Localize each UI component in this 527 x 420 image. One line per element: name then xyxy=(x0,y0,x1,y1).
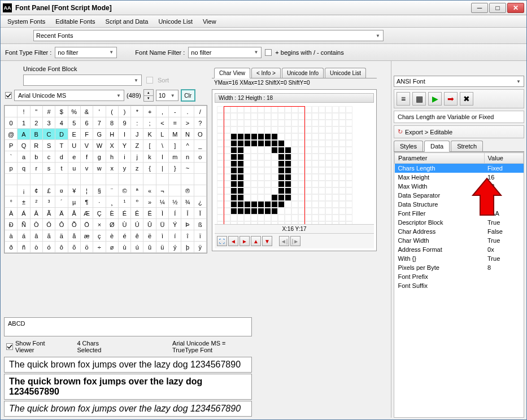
pixel[interactable] xyxy=(312,106,319,113)
pixel[interactable] xyxy=(244,201,251,208)
char-cell[interactable]: Ú xyxy=(131,219,143,230)
pixel[interactable] xyxy=(217,160,224,167)
pixel[interactable] xyxy=(278,194,285,201)
char-cell[interactable]: R xyxy=(30,140,42,151)
char-cell[interactable]: { xyxy=(143,163,156,174)
pixel[interactable] xyxy=(312,126,319,133)
pixel[interactable] xyxy=(271,160,278,167)
pixel[interactable] xyxy=(346,181,352,187)
pixel[interactable] xyxy=(258,215,264,221)
char-cell[interactable]: ? xyxy=(194,117,206,129)
pixel[interactable] xyxy=(264,174,271,181)
pixel[interactable] xyxy=(291,147,298,154)
pixel[interactable] xyxy=(278,208,285,215)
pixel[interactable] xyxy=(224,126,230,133)
pixel[interactable] xyxy=(291,140,298,147)
char-cell[interactable]: : xyxy=(131,117,143,129)
char-cell[interactable]: ã xyxy=(42,230,55,242)
pixel[interactable] xyxy=(264,160,271,167)
char-cell[interactable]: l xyxy=(156,151,168,163)
char-cell[interactable]: ó xyxy=(42,242,55,253)
pixel[interactable] xyxy=(244,133,251,140)
char-cell[interactable]: ¹ xyxy=(118,196,130,208)
pixel[interactable] xyxy=(237,113,244,120)
pixel[interactable] xyxy=(298,194,305,201)
pixel[interactable] xyxy=(305,181,312,187)
table-row[interactable]: Address Format0x xyxy=(395,245,524,254)
char-cell[interactable]: | xyxy=(156,163,168,174)
pixel[interactable] xyxy=(285,208,291,215)
pixel[interactable] xyxy=(298,113,305,120)
pixel[interactable] xyxy=(264,201,271,208)
pixel[interactable] xyxy=(312,133,319,140)
pixel[interactable] xyxy=(264,181,271,187)
maximize-button[interactable]: □ xyxy=(489,3,506,13)
pixel[interactable] xyxy=(258,154,264,160)
pixel[interactable] xyxy=(346,167,352,174)
char-cell[interactable]: ¸ xyxy=(106,196,118,208)
pixel[interactable] xyxy=(237,208,244,215)
pixel[interactable] xyxy=(291,201,298,208)
char-cell[interactable]: µ xyxy=(68,196,80,208)
char-cell[interactable]: ß xyxy=(194,219,206,230)
char-cell[interactable]: É xyxy=(118,208,130,219)
char-cell[interactable] xyxy=(5,106,18,117)
char-cell[interactable] xyxy=(5,185,18,196)
pixel[interactable] xyxy=(278,174,285,181)
char-cell[interactable]: M xyxy=(169,129,181,140)
pixel[interactable] xyxy=(251,154,258,160)
pixel[interactable] xyxy=(312,221,319,224)
char-cell[interactable]: / xyxy=(194,106,206,117)
pixel[interactable] xyxy=(312,174,319,181)
pixel[interactable] xyxy=(332,154,339,160)
pixel[interactable] xyxy=(305,215,312,221)
char-cell[interactable]: O xyxy=(194,129,206,140)
pixel[interactable] xyxy=(237,126,244,133)
char-cell[interactable]: V xyxy=(80,140,93,151)
char-cell[interactable]: 6 xyxy=(80,117,93,129)
char-cell[interactable]: ª xyxy=(131,185,143,196)
char-cell[interactable]: Ë xyxy=(143,208,156,219)
table-row[interactable]: Data Structure xyxy=(395,200,524,209)
font-name-select[interactable]: Arial Unicode MS ▼ xyxy=(14,90,124,101)
char-cell[interactable]: À xyxy=(5,208,18,219)
pixel[interactable] xyxy=(325,201,332,208)
pixel[interactable] xyxy=(251,113,258,120)
pixel[interactable] xyxy=(332,147,339,154)
char-cell[interactable]: ­ xyxy=(169,185,181,196)
ansi-font-select[interactable]: ANSI Font ▼ xyxy=(394,76,524,87)
pixel[interactable] xyxy=(271,133,278,140)
char-cell[interactable]: Î xyxy=(181,208,194,219)
char-cell[interactable]: ~ xyxy=(181,163,194,174)
char-cell[interactable]: ä xyxy=(55,230,68,242)
char-cell[interactable] xyxy=(5,174,18,185)
pixel[interactable] xyxy=(339,133,346,140)
pixel[interactable] xyxy=(278,147,285,154)
char-cell[interactable]: Ð xyxy=(5,219,18,230)
char-cell[interactable]: ³ xyxy=(42,196,55,208)
pixel[interactable] xyxy=(319,120,325,126)
char-cell[interactable] xyxy=(194,174,206,185)
pixel[interactable] xyxy=(224,133,230,140)
pixel[interactable] xyxy=(224,167,230,174)
char-cell[interactable]: Ï xyxy=(194,208,206,219)
char-cell[interactable]: ! xyxy=(18,106,30,117)
menu-view[interactable]: View xyxy=(198,17,221,26)
char-cell[interactable]: c xyxy=(42,151,55,163)
pixel[interactable] xyxy=(325,208,332,215)
pixel[interactable] xyxy=(339,221,346,224)
pixel[interactable] xyxy=(339,181,346,187)
char-cell[interactable]: ë xyxy=(143,230,156,242)
pixel[interactable] xyxy=(332,140,339,147)
menu-unicode-list[interactable]: Unicode List xyxy=(154,17,197,26)
char-cell[interactable]: h xyxy=(106,151,118,163)
clear-button[interactable]: Clr xyxy=(181,89,195,102)
char-cell[interactable]: í xyxy=(169,230,181,242)
pixel[interactable] xyxy=(305,126,312,133)
font-index-spinner[interactable]: ▲ ▼ xyxy=(143,89,154,102)
char-cell[interactable]: < xyxy=(156,117,168,129)
pixel[interactable] xyxy=(305,133,312,140)
pixel[interactable] xyxy=(298,208,305,215)
pixel[interactable] xyxy=(339,147,346,154)
pixel[interactable] xyxy=(278,187,285,194)
